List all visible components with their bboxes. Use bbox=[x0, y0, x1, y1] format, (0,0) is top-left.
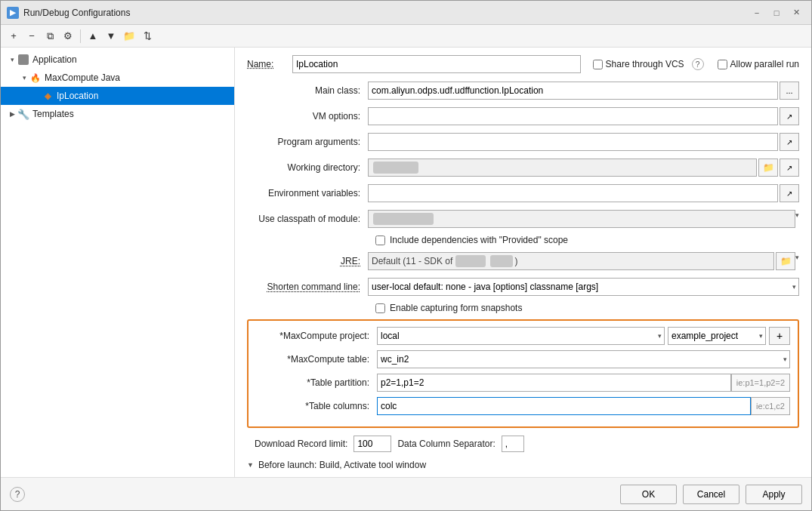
classpath-pill bbox=[373, 213, 434, 225]
shorten-cmd-label: Shorten command line: bbox=[247, 282, 368, 292]
jre-label: JRE: bbox=[247, 256, 368, 266]
tree-label-application: Application bbox=[32, 54, 77, 65]
classpath-select-wrapper bbox=[368, 210, 795, 228]
title-bar: ▶ Run/Debug Configurations − □ ✕ bbox=[1, 1, 811, 25]
include-deps-row: Include dependencies with "Provided" sco… bbox=[247, 235, 799, 245]
close-button[interactable]: ✕ bbox=[787, 5, 805, 20]
move-up-button[interactable]: ▲ bbox=[85, 28, 101, 45]
maximize-button[interactable]: □ bbox=[767, 5, 786, 20]
before-launch-section: ▼ Before launch: Build, Activate tool wi… bbox=[247, 460, 799, 477]
tree-item-application[interactable]: ▾ Application bbox=[1, 51, 234, 69]
jre-browse-button[interactable]: 📁 bbox=[776, 252, 795, 270]
include-deps-label: Include dependencies with "Provided" sco… bbox=[390, 235, 568, 245]
share-help-icon[interactable]: ? bbox=[692, 58, 704, 70]
tree-arrow-templates: ▶ bbox=[7, 110, 17, 118]
table-partition-input[interactable] bbox=[377, 374, 731, 392]
mc-project-row: *MaxCompute project: local ▾ example_pro… bbox=[256, 327, 790, 345]
bottom-bar: ? OK Cancel Apply bbox=[1, 477, 811, 510]
config-tree: ▾ Application ▾ 🔥 MaxCompute Java bbox=[1, 48, 234, 126]
program-args-expand-button[interactable]: ↗ bbox=[780, 133, 799, 151]
share-vcs-section: Share through VCS ? Allow parallel run bbox=[593, 58, 799, 70]
working-dir-pill bbox=[373, 162, 418, 174]
help-button[interactable]: ? bbox=[10, 487, 25, 502]
table-columns-hint: ie:c1,c2 bbox=[751, 397, 790, 415]
title-bar-left: ▶ Run/Debug Configurations bbox=[7, 7, 130, 19]
add-config-button[interactable]: + bbox=[5, 28, 22, 45]
share-vcs-label[interactable]: Share through VCS bbox=[593, 59, 684, 69]
env-vars-row: Environment variables: ↗ bbox=[247, 183, 799, 203]
env-vars-input[interactable] bbox=[368, 184, 778, 202]
tree-item-iplocation[interactable]: ◈ IpLocation bbox=[1, 87, 234, 105]
move-to-folder-button[interactable]: 📁 bbox=[121, 28, 137, 45]
env-vars-expand-button[interactable]: ↗ bbox=[780, 184, 799, 202]
bottom-left: ? bbox=[10, 487, 25, 502]
main-content: ▾ Application ▾ 🔥 MaxCompute Java bbox=[1, 48, 811, 477]
program-args-input[interactable] bbox=[368, 133, 778, 151]
name-label: Name: bbox=[247, 59, 292, 69]
move-down-button[interactable]: ▼ bbox=[103, 28, 119, 45]
bottom-right: OK Cancel Apply bbox=[620, 485, 802, 504]
table-partition-row: *Table partition: ie:p1=1,p2=2 bbox=[256, 374, 790, 392]
shorten-cmd-select[interactable]: user-local default: none - java [options… bbox=[368, 278, 799, 296]
maxcompute-section: *MaxCompute project: local ▾ example_pro… bbox=[247, 319, 799, 428]
mc-example-select[interactable]: example_project bbox=[668, 327, 766, 345]
tree-label-maxcompute: MaxCompute Java bbox=[45, 72, 120, 83]
sort-button[interactable]: ⇅ bbox=[139, 28, 156, 45]
minimize-button[interactable]: − bbox=[748, 5, 766, 20]
mc-table-select-wrapper: wc_in2 ▾ bbox=[377, 350, 790, 368]
jre-value: Default (11 - SDK of ) bbox=[368, 252, 774, 270]
enable-snapshots-label: Enable capturing form snapshots bbox=[390, 303, 522, 313]
download-limit-label: Download Record limit: bbox=[255, 439, 347, 449]
tree-label-iplocation: IpLocation bbox=[57, 91, 98, 101]
vm-options-label: VM options: bbox=[247, 111, 368, 122]
vm-options-expand-button[interactable]: ↗ bbox=[780, 107, 799, 125]
share-vcs-checkbox[interactable] bbox=[593, 60, 603, 69]
include-deps-checkbox[interactable] bbox=[375, 235, 385, 245]
mc-project-label: *MaxCompute project: bbox=[256, 331, 377, 341]
tree-arrow-maxcompute: ▾ bbox=[19, 74, 29, 82]
tree-arrow-application: ▾ bbox=[7, 56, 17, 63]
window-controls: − □ ✕ bbox=[748, 5, 805, 20]
vm-options-input[interactable] bbox=[368, 107, 778, 125]
apply-button[interactable]: Apply bbox=[746, 485, 802, 504]
mc-table-select[interactable]: wc_in2 bbox=[377, 350, 790, 368]
settings-button[interactable]: ⚙ bbox=[60, 28, 76, 45]
classpath-value bbox=[368, 210, 795, 228]
classpath-row: Use classpath of module: ▾ bbox=[247, 209, 799, 229]
before-launch-header: ▼ Before launch: Build, Activate tool wi… bbox=[247, 460, 799, 470]
ok-button[interactable]: OK bbox=[620, 485, 677, 504]
working-dir-macro-button[interactable]: ↗ bbox=[780, 159, 799, 177]
shorten-cmd-row: Shorten command line: user-local default… bbox=[247, 277, 799, 297]
left-panel: ▾ Application ▾ 🔥 MaxCompute Java bbox=[1, 48, 235, 477]
remove-config-button[interactable]: − bbox=[23, 28, 40, 45]
allow-parallel-checkbox[interactable] bbox=[718, 60, 727, 69]
main-class-input[interactable] bbox=[368, 82, 778, 100]
name-input[interactable] bbox=[292, 55, 581, 73]
cancel-button[interactable]: Cancel bbox=[683, 485, 739, 504]
tree-item-templates[interactable]: ▶ 🔧 Templates bbox=[1, 105, 234, 123]
mc-add-project-button[interactable]: + bbox=[769, 327, 790, 345]
copy-config-button[interactable]: ⧉ bbox=[42, 28, 58, 45]
working-dir-value bbox=[368, 159, 757, 177]
main-class-browse-button[interactable]: ... bbox=[780, 82, 799, 100]
tree-item-maxcompute-java[interactable]: ▾ 🔥 MaxCompute Java bbox=[1, 69, 234, 87]
working-dir-browse-button[interactable]: 📁 bbox=[758, 159, 778, 177]
data-col-sep-label: Data Column Separator: bbox=[397, 439, 495, 449]
working-dir-row: Working directory: 📁 ↗ bbox=[247, 158, 799, 177]
jre-pill-1 bbox=[455, 255, 486, 267]
collapse-icon[interactable]: ▼ bbox=[247, 461, 254, 469]
mc-table-row: *MaxCompute table: wc_in2 ▾ bbox=[256, 350, 790, 368]
env-vars-label: Environment variables: bbox=[247, 188, 368, 199]
vm-options-row: VM options: ↗ bbox=[247, 106, 799, 126]
data-col-sep-input[interactable] bbox=[502, 436, 524, 452]
mc-project-select[interactable]: local bbox=[377, 327, 665, 345]
table-columns-label: *Table columns: bbox=[256, 401, 377, 411]
allow-parallel-label[interactable]: Allow parallel run bbox=[718, 59, 799, 69]
enable-snapshots-checkbox[interactable] bbox=[375, 303, 385, 313]
program-args-row: Program arguments: ↗ bbox=[247, 132, 799, 152]
classpath-dropdown-arrow: ▾ bbox=[795, 211, 799, 219]
download-limit-input[interactable] bbox=[354, 436, 391, 452]
table-columns-input[interactable] bbox=[377, 397, 751, 415]
window-title: Run/Debug Configurations bbox=[23, 8, 130, 18]
name-row: Name: Share through VCS ? Allow parallel… bbox=[247, 55, 799, 73]
